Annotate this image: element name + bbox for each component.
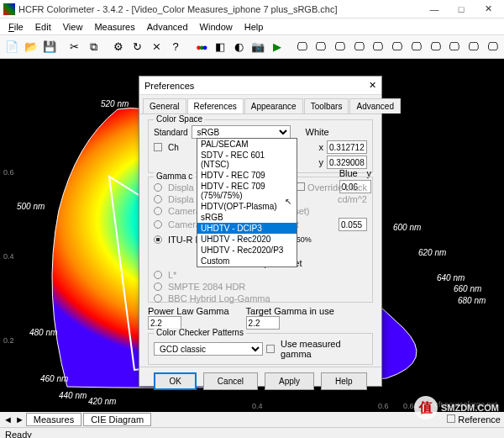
settings-icon[interactable]: ⚙ <box>110 39 127 55</box>
monitor1-icon[interactable]: 🖵 <box>293 39 310 55</box>
play-icon[interactable]: ▶ <box>269 39 286 55</box>
status-ready: Ready <box>5 430 32 438</box>
tab-toolbars[interactable]: Toolbars <box>304 98 349 113</box>
usemeas-checkbox[interactable] <box>266 345 275 353</box>
ccp-select[interactable]: GCD classic <box>154 342 263 356</box>
watermark: 值 SMZDM.COM <box>414 396 499 420</box>
open-icon[interactable]: 📂 <box>23 39 39 55</box>
monitor8-icon[interactable]: 🖵 <box>427 39 444 55</box>
menu-view[interactable]: View <box>58 20 88 34</box>
standard-select[interactable]: sRGB <box>192 125 291 139</box>
standard-label: Standard <box>154 128 188 137</box>
gradient-icon[interactable]: ◧ <box>212 39 228 55</box>
maximize-button[interactable]: □ <box>449 2 474 17</box>
status-bar: Ready <box>0 427 504 438</box>
wavelength-680: 680 nm <box>458 296 486 305</box>
gamma-group-label: Gamma c <box>154 172 195 181</box>
minimize-button[interactable]: — <box>422 2 447 17</box>
option-hdtv-plasma[interactable]: HDTV(OPT-Plasma) <box>197 201 297 212</box>
tab-measures[interactable]: Measures <box>26 413 81 426</box>
menu-edit[interactable]: Edit <box>30 20 56 34</box>
watermark-text: SMZDM.COM <box>441 403 499 413</box>
override-checkbox[interactable] <box>297 182 305 191</box>
preferences-dialog: Preferences ✕ General References Appeara… <box>139 76 382 387</box>
close-button[interactable]: ✕ <box>475 2 501 17</box>
watermark-icon: 值 <box>414 396 438 420</box>
axis-y-02: 0.2 <box>3 336 14 345</box>
radio-displa2[interactable] <box>154 195 162 203</box>
option-rec2020p3[interactable]: UHDTV - Rec2020/P3 <box>197 245 297 256</box>
cancel-button[interactable]: Cancel <box>203 372 258 390</box>
white-x-input[interactable] <box>327 140 367 154</box>
ccp-label: Color Checker Patterns <box>154 328 246 337</box>
menu-bar: FFileile Edit View Measures Advanced Win… <box>0 18 504 35</box>
refresh-icon[interactable]: ↻ <box>129 39 146 55</box>
cut-icon[interactable]: ✂ <box>66 39 83 55</box>
radio-bbc[interactable] <box>154 294 162 303</box>
radio-smpte[interactable] <box>154 282 162 291</box>
radio-lstar[interactable] <box>154 271 162 279</box>
toolbar: 📄 📂 💾 ✂ ⧉ ⚙ ↻ ⨯ ? ●●● ◧ ◐ 📷 ▶ 🖵 🖵 🖵 🖵 🖵 … <box>0 35 504 59</box>
option-srgb[interactable]: sRGB <box>197 212 297 223</box>
target-input[interactable] <box>246 316 280 330</box>
radio-cam-man[interactable] <box>154 220 162 229</box>
radio-displa1[interactable] <box>154 183 162 192</box>
dialog-title: Preferences <box>144 81 194 91</box>
menu-window[interactable]: Window <box>195 20 238 34</box>
monitor2-icon[interactable]: 🖵 <box>312 39 329 55</box>
monitor5-icon[interactable]: 🖵 <box>370 39 386 55</box>
target-label: Target Gamma in use <box>246 306 334 316</box>
tab-arrows[interactable]: ◄ ► <box>3 414 24 425</box>
ok-button[interactable]: OK <box>154 372 196 390</box>
monitor7-icon[interactable]: 🖵 <box>408 39 425 55</box>
tab-cie[interactable]: CIE Diagram <box>83 413 151 426</box>
white-label: White <box>306 127 329 137</box>
x-label: x <box>319 142 324 152</box>
colorspace-group-label: Color Space <box>154 114 205 124</box>
axis-y-06: 0.6 <box>3 168 14 177</box>
option-dcip3[interactable]: UHDTV - DCIP3 <box>197 223 297 234</box>
tab-appearance[interactable]: Appearance <box>244 98 303 113</box>
wavelength-640: 640 nm <box>437 273 465 282</box>
option-sdtv[interactable]: SDTV - REC 601 (NTSC) <box>197 150 297 170</box>
option-custom[interactable]: Custom <box>197 256 297 266</box>
wavelength-600: 600 nm <box>393 223 421 232</box>
radio-cam-std[interactable] <box>154 207 162 215</box>
cam-man-input[interactable] <box>339 218 367 231</box>
monitor9-icon[interactable]: 🖵 <box>446 39 463 55</box>
tab-general[interactable]: General <box>143 98 186 113</box>
camera-icon[interactable]: 📷 <box>249 39 266 55</box>
standard-dropdown-list: PAL/SECAM SDTV - REC 601 (NTSC) HDTV - R… <box>197 138 297 267</box>
tab-references[interactable]: References <box>187 98 244 113</box>
rgb-dots-icon[interactable]: ●●● <box>192 39 209 55</box>
stop-icon[interactable]: ⨯ <box>149 39 165 55</box>
gray-icon[interactable]: ◐ <box>230 39 247 55</box>
copy-icon[interactable]: ⧉ <box>86 39 102 55</box>
wavelength-420: 420 nm <box>88 397 116 406</box>
option-pal[interactable]: PAL/SECAM <box>197 139 297 150</box>
wavelength-440: 440 nm <box>59 391 87 400</box>
ch-label: Ch <box>168 143 179 152</box>
menu-help[interactable]: Help <box>239 20 269 34</box>
menu-advanced[interactable]: Advanced <box>142 20 193 34</box>
dialog-close-icon[interactable]: ✕ <box>369 80 376 91</box>
monitor3-icon[interactable]: 🖵 <box>332 39 349 55</box>
radio-itu[interactable] <box>154 235 162 244</box>
monitor4-icon[interactable]: 🖵 <box>350 39 367 55</box>
axis-y-04: 0.4 <box>3 252 14 261</box>
monitor11-icon[interactable]: 🖵 <box>484 39 501 55</box>
tab-advanced[interactable]: Advanced <box>349 98 400 113</box>
help-icon[interactable]: ? <box>167 39 184 55</box>
menu-measures[interactable]: Measures <box>89 20 139 34</box>
apply-button[interactable]: Apply <box>265 372 314 390</box>
monitor6-icon[interactable]: 🖵 <box>389 39 406 55</box>
new-icon[interactable]: 📄 <box>3 39 20 55</box>
option-rec2020[interactable]: UHDTV - Rec2020 <box>197 234 297 245</box>
option-hdtv709-75[interactable]: HDTV - REC 709 (75%/75%) <box>197 181 297 201</box>
ch-checkbox[interactable] <box>154 143 162 151</box>
help-button[interactable]: Help <box>321 372 367 390</box>
option-hdtv709[interactable]: HDTV - REC 709 <box>197 170 297 181</box>
menu-file[interactable]: FFileile <box>3 20 29 34</box>
save-icon[interactable]: 💾 <box>41 39 58 55</box>
monitor10-icon[interactable]: 🖵 <box>465 39 482 55</box>
